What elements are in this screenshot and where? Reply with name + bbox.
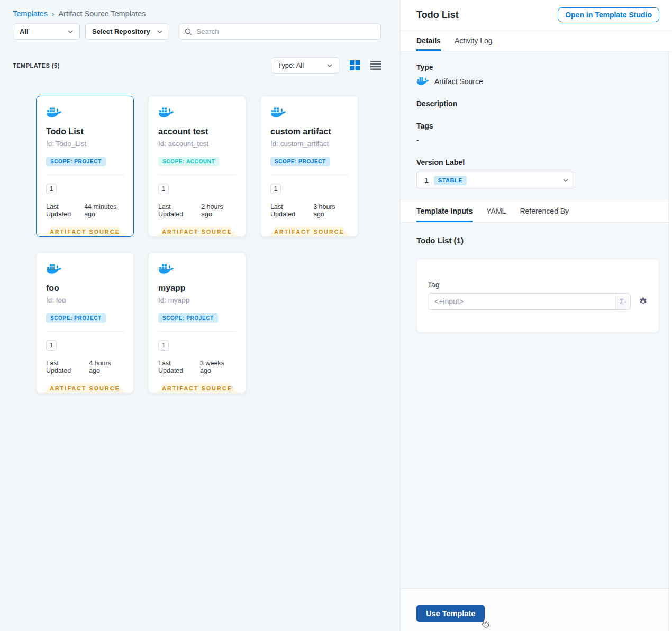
tags-label: Tags <box>416 122 656 130</box>
template-inputs-section: Todo List (1) Tag Σx <box>401 223 672 588</box>
type-value-row: Artifact Source <box>416 77 656 86</box>
template-card-myapp[interactable]: myapp Id: myapp SCOPE: PROJECT 1 Last Up… <box>148 252 246 394</box>
tab-yaml[interactable]: YAML <box>486 199 506 222</box>
docker-icon <box>158 263 174 275</box>
template-cards-grid: Todo List Id: Todo_List SCOPE: PROJECT 1… <box>36 96 400 394</box>
docker-icon <box>270 107 286 118</box>
scope-badge: SCOPE: PROJECT <box>270 157 330 166</box>
breadcrumb: Templates › Artifact Source Templates <box>13 10 400 18</box>
chevron-down-icon <box>68 30 73 33</box>
template-inputs-heading: Todo List (1) <box>416 236 659 245</box>
tags-value: - <box>416 136 656 144</box>
last-updated: Last Updated 2 hours ago <box>158 203 236 218</box>
last-updated-value: 2 hours ago <box>201 203 236 218</box>
templates-list-panel: Templates › Artifact Source Templates Al… <box>0 0 400 631</box>
tab-referenced-by[interactable]: Referenced By <box>520 199 569 222</box>
drawer-sub-tabs: Template Inputs YAML Referenced By <box>401 199 672 223</box>
type-label: Type <box>416 63 656 71</box>
drawer-header: Todo List Open in Template Studio <box>401 0 672 30</box>
tag-input-group: Σx <box>428 293 631 310</box>
template-inputs-card: Tag Σx <box>416 259 659 333</box>
template-card-id: Id: myapp <box>158 296 236 304</box>
tab-details[interactable]: Details <box>416 30 441 51</box>
use-template-button[interactable]: Use Template <box>416 605 485 622</box>
version-count-badge: 1 <box>158 340 169 351</box>
divider <box>158 175 236 175</box>
type-filter-value: Type: All <box>278 61 304 69</box>
type-value: Artifact Source <box>434 77 483 86</box>
template-card-account-test[interactable]: account test Id: account_test SCOPE: ACC… <box>148 96 246 237</box>
last-updated-label: Last Updated <box>158 203 197 218</box>
tag-input[interactable] <box>428 294 615 309</box>
last-updated-label: Last Updated <box>46 360 85 374</box>
divider <box>270 175 348 175</box>
stable-badge: STABLE <box>434 176 467 185</box>
docker-icon <box>46 263 62 275</box>
template-card-title: myapp <box>158 284 236 293</box>
mouse-pointer-icon <box>480 618 491 630</box>
scope-filter-value: All <box>20 28 29 35</box>
breadcrumb-templates-link[interactable]: Templates <box>13 10 48 18</box>
last-updated-value: 44 minutes ago <box>84 203 124 218</box>
drawer-title: Todo List <box>416 10 459 21</box>
version-number: 1 <box>424 176 429 185</box>
template-card-foo[interactable]: foo Id: foo SCOPE: PROJECT 1 Last Update… <box>36 252 134 394</box>
version-dropdown[interactable]: 1 STABLE <box>416 172 575 188</box>
search-box <box>179 23 381 40</box>
last-updated-value: 3 hours ago <box>313 203 348 218</box>
sigma-sup: x <box>624 299 626 304</box>
search-input[interactable] <box>196 28 375 35</box>
scope-filter-dropdown[interactable]: All <box>13 23 80 40</box>
version-count-badge: 1 <box>46 340 57 351</box>
tag-settings-button[interactable] <box>638 297 648 307</box>
last-updated: Last Updated 44 minutes ago <box>46 203 124 218</box>
template-card-title: custom artifact <box>270 127 348 136</box>
app-window: Templates › Artifact Source Templates Al… <box>0 0 672 631</box>
breadcrumb-current: Artifact Source Templates <box>58 10 146 18</box>
version-count-badge: 1 <box>158 184 169 194</box>
open-in-template-studio-button[interactable]: Open in Template Studio <box>558 7 659 22</box>
template-card-id: Id: custom_artifact <box>270 140 348 148</box>
tab-activity-log[interactable]: Activity Log <box>455 30 493 51</box>
last-updated: Last Updated 3 hours ago <box>270 203 348 218</box>
artifact-source-ribbon: ARTIFACT SOURCE <box>157 227 238 236</box>
artifact-source-ribbon: ARTIFACT SOURCE <box>45 227 125 236</box>
search-icon <box>185 28 192 35</box>
drawer-footer: Use Template <box>401 588 672 631</box>
templates-count-label: TEMPLATES (5) <box>13 62 60 69</box>
grid-view-icon <box>350 60 360 70</box>
divider <box>158 331 236 332</box>
version-label: Version Label <box>416 158 656 167</box>
template-details-drawer: Todo List Open in Template Studio Detail… <box>400 0 672 631</box>
sigma-icon: Σ <box>620 297 624 306</box>
docker-icon <box>158 107 174 118</box>
template-card-title: foo <box>46 284 124 293</box>
runtime-input-type-button[interactable]: Σx <box>615 294 630 309</box>
list-view-button[interactable] <box>370 60 381 70</box>
scope-badge: SCOPE: ACCOUNT <box>158 157 219 166</box>
docker-icon <box>46 107 62 118</box>
version-count-badge: 1 <box>46 184 57 194</box>
type-filter-dropdown[interactable]: Type: All <box>271 57 339 74</box>
tab-template-inputs[interactable]: Template Inputs <box>416 199 473 222</box>
scrollbar-track[interactable] <box>668 51 672 631</box>
list-view-icon <box>370 60 381 70</box>
artifact-source-ribbon: ARTIFACT SOURCE <box>157 383 238 393</box>
last-updated-value: 3 weeks ago <box>200 360 236 374</box>
template-card-id: Id: account_test <box>158 140 236 148</box>
grid-view-button[interactable] <box>350 60 360 70</box>
last-updated-value: 4 hours ago <box>89 360 124 374</box>
template-card-title: Todo List <box>46 127 124 136</box>
templates-list-header: TEMPLATES (5) Type: All <box>13 57 400 74</box>
filter-bar: All Select Repository <box>13 23 400 40</box>
repository-filter-dropdown[interactable]: Select Repository <box>85 23 169 40</box>
template-card-todo-list[interactable]: Todo List Id: Todo_List SCOPE: PROJECT 1… <box>36 96 134 237</box>
breadcrumb-separator-icon: › <box>52 10 54 18</box>
drawer-tabs: Details Activity Log <box>401 30 672 51</box>
repository-filter-value: Select Repository <box>92 28 150 35</box>
last-updated: Last Updated 3 weeks ago <box>158 360 236 374</box>
template-card-custom-artifact[interactable]: custom artifact Id: custom_artifact SCOP… <box>260 96 358 237</box>
scope-badge: SCOPE: PROJECT <box>46 313 106 323</box>
scope-badge: SCOPE: PROJECT <box>46 157 106 166</box>
divider <box>46 175 124 175</box>
